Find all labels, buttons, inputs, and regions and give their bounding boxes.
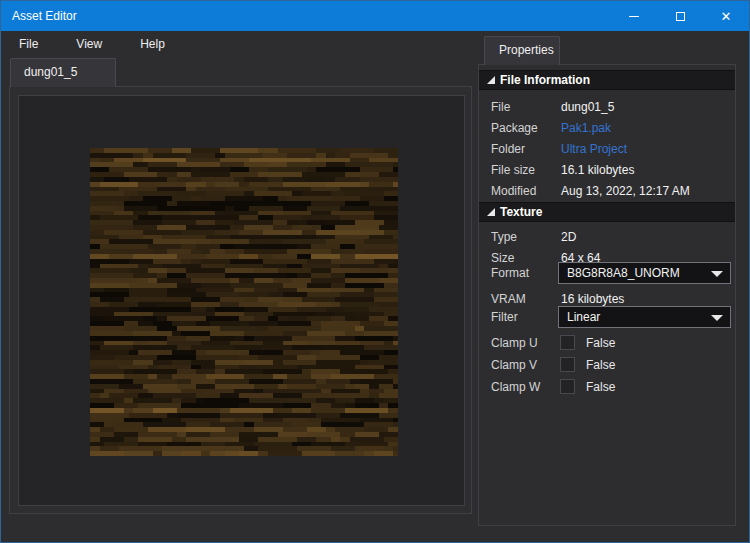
properties-panel: File Information File dung01_5 Package P…: [478, 64, 736, 526]
clamp-w-checkbox[interactable]: [560, 379, 575, 394]
close-button[interactable]: ✕: [703, 1, 749, 31]
titlebar[interactable]: Asset Editor ✕: [1, 1, 749, 31]
field-label: Package: [491, 121, 538, 135]
section-header-file-information[interactable]: File Information: [479, 70, 735, 90]
field-label: Clamp W: [491, 380, 540, 394]
section-header-texture[interactable]: Texture: [479, 202, 735, 222]
field-label: Folder: [491, 142, 525, 156]
row-format: Format B8G8R8A8_UNORM: [479, 260, 735, 286]
package-link[interactable]: Pak1.pak: [561, 121, 611, 135]
row-clamp-v: Clamp V False: [479, 354, 735, 375]
field-value: Aug 13, 2022, 12:17 AM: [561, 184, 690, 198]
menu-view[interactable]: View: [64, 31, 114, 57]
menu-help[interactable]: Help: [128, 31, 177, 57]
row-clamp-u: Clamp U False: [479, 332, 735, 353]
row-type: Type 2D: [479, 226, 735, 247]
row-modified: Modified Aug 13, 2022, 12:17 AM: [479, 180, 735, 201]
checkbox-state-label: False: [586, 358, 615, 372]
window-controls: ✕: [611, 1, 749, 31]
field-label: Clamp U: [491, 336, 538, 350]
checkbox-state-label: False: [586, 380, 615, 394]
maximize-icon: [676, 12, 685, 21]
field-value: 16.1 kilobytes: [561, 163, 634, 177]
tab-document[interactable]: dung01_5: [10, 58, 116, 87]
clamp-u-checkbox[interactable]: [560, 335, 575, 350]
asset-editor-window: Asset Editor ✕ File View Help dung01_5 P…: [0, 0, 750, 543]
minimize-icon: [629, 16, 639, 17]
field-value: 2D: [561, 230, 576, 244]
menu-file[interactable]: File: [7, 31, 50, 57]
row-file-size: File size 16.1 kilobytes: [479, 159, 735, 180]
expander-arrow-icon: [487, 76, 495, 84]
folder-link[interactable]: Ultra Project: [561, 142, 627, 156]
row-clamp-w: Clamp W False: [479, 376, 735, 397]
field-label: Type: [491, 230, 517, 244]
filter-dropdown[interactable]: Linear: [558, 306, 731, 328]
clamp-v-checkbox[interactable]: [560, 357, 575, 372]
format-dropdown-value: B8G8R8A8_UNORM: [567, 266, 680, 280]
chevron-down-icon: [711, 271, 723, 277]
row-folder: Folder Ultra Project: [479, 138, 735, 159]
row-file: File dung01_5: [479, 96, 735, 117]
section-title: Texture: [500, 205, 542, 219]
tab-properties[interactable]: Properties: [484, 36, 560, 65]
field-label: File size: [491, 163, 535, 177]
document-page: [9, 86, 472, 514]
field-value: dung01_5: [561, 100, 614, 114]
texture-viewer: [18, 95, 465, 506]
field-label: Clamp V: [491, 358, 537, 372]
texture-preview-canvas: [90, 148, 398, 456]
expander-arrow-icon: [487, 208, 495, 216]
window-title: Asset Editor: [12, 9, 77, 23]
field-label: Filter: [491, 310, 518, 324]
section-title: File Information: [500, 73, 590, 87]
chevron-down-icon: [711, 315, 723, 321]
maximize-button[interactable]: [657, 1, 703, 31]
close-icon: ✕: [721, 10, 732, 23]
field-label: Format: [491, 266, 529, 280]
row-package: Package Pak1.pak: [479, 117, 735, 138]
checkbox-state-label: False: [586, 336, 615, 350]
minimize-button[interactable]: [611, 1, 657, 31]
row-filter: Filter Linear: [479, 304, 735, 330]
field-label: Modified: [491, 184, 536, 198]
filter-dropdown-value: Linear: [567, 310, 600, 324]
format-dropdown[interactable]: B8G8R8A8_UNORM: [558, 262, 731, 284]
menu-bar: File View Help: [2, 31, 748, 57]
field-label: File: [491, 100, 510, 114]
